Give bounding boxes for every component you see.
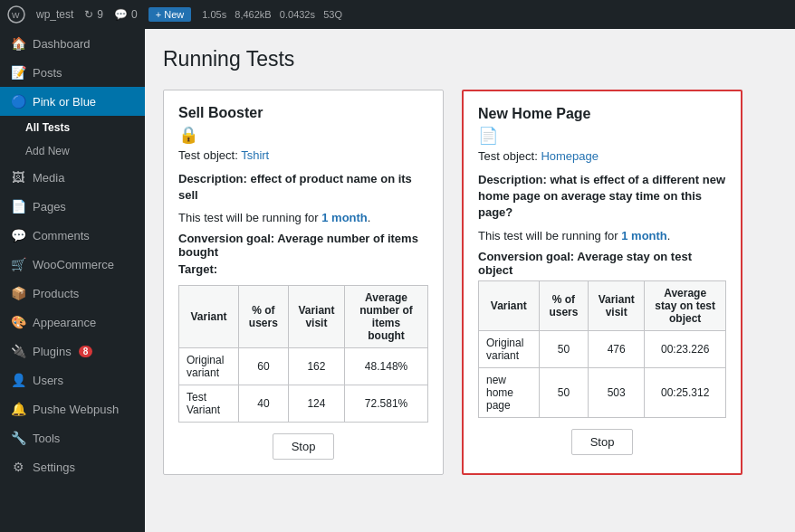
- sidebar-item-woocommerce[interactable]: 🛒 WooCommerce: [0, 250, 145, 279]
- plugin-icon: 🔵: [11, 94, 25, 109]
- posts-icon: 📝: [11, 65, 25, 80]
- settings-icon: ⚙: [11, 460, 25, 474]
- cell-value: 48.148%: [345, 348, 428, 385]
- wp-logo-item[interactable]: W: [7, 5, 25, 24]
- cell-visit: 476: [589, 330, 645, 367]
- sidebar-item-label: Pushe Webpush: [33, 403, 119, 416]
- cell-pct: 60: [239, 348, 289, 385]
- col-header-value: Average stay on test object: [645, 280, 726, 330]
- table-row: Original variant 50 476 00:23.226: [479, 330, 726, 367]
- sidebar-menu: 🏠 Dashboard 📝 Posts 🔵 Pink or Blue All T…: [0, 29, 145, 481]
- col-header-visit: Variant visit: [288, 286, 344, 348]
- dashboard-icon: 🏠: [11, 36, 25, 51]
- sidebar: 🏠 Dashboard 📝 Posts 🔵 Pink or Blue All T…: [0, 29, 145, 532]
- page-title: Running Tests: [163, 47, 777, 71]
- sidebar-item-label: Pages: [33, 200, 66, 214]
- card-lock-icon: 🔒: [178, 125, 428, 145]
- cell-pct: 50: [539, 330, 588, 367]
- variant-table: Variant % of users Variant visit Average…: [478, 280, 726, 418]
- card-title: New Home Page: [478, 106, 726, 122]
- sidebar-item-label: Media: [33, 171, 64, 185]
- sidebar-item-label: Settings: [33, 461, 75, 474]
- sidebar-item-pushe-webpush[interactable]: 🔔 Pushe Webpush: [0, 394, 145, 423]
- sidebar-item-pink-or-blue[interactable]: 🔵 Pink or Blue: [0, 87, 145, 116]
- pushe-icon: 🔔: [11, 402, 25, 416]
- new-button[interactable]: + New: [148, 7, 192, 22]
- sidebar-item-media[interactable]: 🖼 Media: [0, 163, 145, 192]
- sidebar-item-plugins[interactable]: 🔌 Plugins 8: [0, 337, 145, 366]
- card-description: Description: effect of product name on i…: [178, 171, 428, 204]
- duration-value: 1 month: [621, 229, 667, 242]
- cell-visit: 162: [288, 348, 344, 385]
- col-header-variant: Variant: [479, 280, 540, 330]
- admin-bar: W wp_test ↻ 9 💬 0 + New 1.05s 8,462kB 0.…: [0, 0, 795, 29]
- cell-variant: Test Variant: [179, 385, 239, 423]
- sidebar-item-products[interactable]: 📦 Products: [0, 279, 145, 308]
- card-description: Description: what is effect of a differe…: [478, 172, 726, 222]
- sidebar-item-label: Tools: [33, 432, 60, 445]
- duration-value: 1 month: [321, 211, 368, 224]
- cell-value: 00:25.312: [645, 367, 726, 417]
- test-object-link[interactable]: Homepage: [541, 149, 599, 163]
- test-card-new-home-page: New Home Page 📄 Test object: Homepage De…: [462, 90, 742, 475]
- card-test-object: Test object: Homepage: [478, 149, 726, 163]
- variant-table: Variant % of users Variant visit Average…: [178, 285, 428, 423]
- sidebar-item-appearance[interactable]: 🎨 Appearance: [0, 308, 145, 337]
- card-test-object: Test object: Tshirt: [178, 148, 428, 162]
- svg-text:W: W: [12, 11, 20, 20]
- stop-btn-row: Stop: [178, 433, 428, 460]
- tools-icon: 🔧: [11, 431, 25, 445]
- users-icon: 👤: [11, 373, 25, 387]
- plugins-icon: 🔌: [11, 344, 25, 358]
- main-content: Running Tests Sell Booster 🔒 Test object…: [145, 29, 795, 532]
- test-object-link[interactable]: Tshirt: [241, 148, 269, 162]
- products-icon: 📦: [11, 286, 25, 300]
- wp-logo-icon: W: [7, 5, 25, 24]
- updates-icon: ↻: [84, 8, 93, 21]
- sidebar-item-pages[interactable]: 📄 Pages: [0, 192, 145, 221]
- cell-visit: 503: [589, 367, 645, 417]
- sidebar-item-add-new[interactable]: Add New: [0, 139, 145, 163]
- card-page-icon: 📄: [478, 126, 726, 146]
- sidebar-item-label: Pink or Blue: [33, 95, 96, 109]
- comments-menu-icon: 💬: [11, 228, 25, 242]
- card-target: Target:: [178, 262, 428, 276]
- col-header-variant: Variant: [179, 286, 239, 348]
- card-duration: This test will be running for 1 month.: [178, 211, 428, 224]
- sidebar-item-all-tests[interactable]: All Tests: [0, 116, 145, 139]
- card-conversion: Conversion goal: Average number of items…: [178, 232, 428, 259]
- sidebar-item-label: Comments: [33, 229, 90, 242]
- sidebar-item-label: Dashboard: [33, 37, 91, 51]
- sidebar-item-posts[interactable]: 📝 Posts: [0, 58, 145, 87]
- sidebar-item-label: Appearance: [33, 316, 96, 329]
- cell-value: 00:23.226: [645, 330, 726, 367]
- sidebar-item-comments[interactable]: 💬 Comments: [0, 221, 145, 250]
- cell-pct: 40: [239, 385, 289, 423]
- site-name[interactable]: wp_test: [36, 8, 73, 21]
- comments-icon: 💬: [114, 8, 128, 21]
- media-icon: 🖼: [11, 170, 25, 185]
- sidebar-item-dashboard[interactable]: 🏠 Dashboard: [0, 29, 145, 58]
- stop-button[interactable]: Stop: [571, 429, 634, 455]
- sidebar-item-tools[interactable]: 🔧 Tools: [0, 423, 145, 452]
- sidebar-item-settings[interactable]: ⚙ Settings: [0, 452, 145, 481]
- cell-value: 72.581%: [345, 385, 428, 423]
- table-row: new home page 50 503 00:25.312: [479, 367, 726, 417]
- cell-pct: 50: [539, 367, 588, 417]
- table-row: Original variant 60 162 48.148%: [179, 348, 428, 385]
- comments-count[interactable]: 💬 0: [114, 8, 138, 21]
- col-header-value: Average number of items bought: [345, 286, 428, 348]
- woocommerce-icon: 🛒: [11, 257, 25, 271]
- updates-count[interactable]: ↻ 9: [84, 8, 103, 21]
- card-title: Sell Booster: [178, 105, 428, 121]
- test-card-sell-booster: Sell Booster 🔒 Test object: Tshirt Descr…: [163, 90, 444, 475]
- appearance-icon: 🎨: [11, 315, 25, 329]
- stop-btn-row: Stop: [478, 429, 726, 455]
- stop-button[interactable]: Stop: [273, 433, 335, 460]
- sidebar-item-users[interactable]: 👤 Users: [0, 366, 145, 394]
- col-header-pct: % of users: [239, 286, 289, 348]
- cards-container: Sell Booster 🔒 Test object: Tshirt Descr…: [163, 90, 777, 475]
- sidebar-item-label: Products: [33, 287, 79, 300]
- perf-stats: 1.05s 8,462kB 0.0432s 53Q: [202, 9, 342, 20]
- sidebar-item-label: Users: [33, 374, 63, 387]
